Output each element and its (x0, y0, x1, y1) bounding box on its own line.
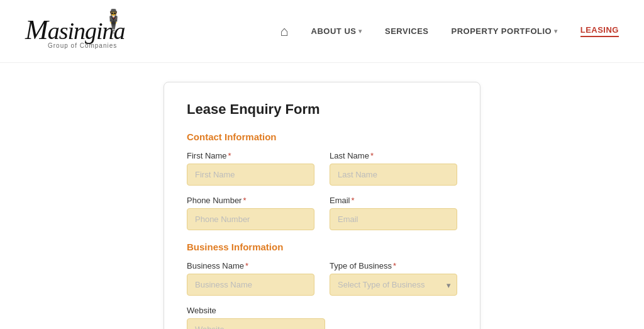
first-name-group: First Name* (187, 151, 314, 186)
logo-subtitle: Group of Companies (48, 42, 125, 49)
business-name-group: Business Name* (187, 261, 314, 296)
chevron-down-icon-2: ▾ (554, 28, 558, 35)
logo: Masingina 🕴 Group of Companies (25, 14, 125, 49)
first-name-input[interactable] (187, 164, 314, 186)
nav-leasing-label: LEASING (580, 25, 619, 35)
name-row: First Name* Last Name* (187, 151, 457, 186)
email-label: Email* (330, 196, 457, 205)
email-input[interactable] (330, 208, 457, 230)
nav-services[interactable]: SERVICES (385, 26, 429, 36)
nav-about[interactable]: ABOUT US ▾ (311, 26, 362, 36)
last-name-input[interactable] (330, 164, 457, 186)
website-row: Website (187, 306, 457, 329)
business-type-group: Type of Business* Select Type of Busines… (330, 261, 457, 296)
first-name-label: First Name* (187, 151, 314, 160)
phone-label: Phone Number* (187, 196, 314, 205)
business-type-label: Type of Business* (330, 261, 457, 270)
business-section: Business Information Business Name* Type… (187, 242, 457, 329)
home-icon[interactable]: ⌂ (280, 23, 288, 40)
navbar: Masingina 🕴 Group of Companies ⌂ ABOUT U… (0, 0, 644, 63)
nav-portfolio-label: PROPERTY PORTFOLIO (451, 26, 552, 36)
email-group: Email* (330, 196, 457, 230)
form-title: Lease Enquiry Form (187, 101, 457, 118)
phone-group: Phone Number* (187, 196, 314, 230)
form-card: Lease Enquiry Form Contact Information F… (164, 82, 480, 329)
nav-about-label: ABOUT US (311, 26, 357, 36)
business-name-label: Business Name* (187, 261, 314, 270)
contact-row: Phone Number* Email* (187, 196, 457, 230)
phone-input[interactable] (187, 208, 314, 230)
chevron-down-icon: ▾ (358, 28, 362, 35)
business-type-wrapper: Select Type of Business ▾ (330, 274, 457, 296)
nav-links: ⌂ ABOUT US ▾ SERVICES PROPERTY PORTFOLIO… (280, 23, 619, 40)
business-section-label: Business Information (187, 242, 457, 252)
contact-section-label: Contact Information (187, 131, 457, 142)
last-name-label: Last Name* (330, 151, 457, 160)
main-content: Lease Enquiry Form Contact Information F… (0, 63, 644, 329)
business-name-input[interactable] (187, 274, 314, 296)
website-input[interactable] (187, 318, 325, 329)
website-group: Website (187, 306, 325, 329)
business-row: Business Name* Type of Business* Select … (187, 261, 457, 296)
nav-portfolio[interactable]: PROPERTY PORTFOLIO ▾ (451, 26, 557, 36)
logo-figure: 🕴 (99, 10, 128, 33)
nav-leasing[interactable]: LEASING (580, 25, 619, 37)
nav-services-label: SERVICES (385, 26, 429, 36)
business-type-select[interactable]: Select Type of Business (330, 274, 457, 296)
contact-section: Contact Information First Name* Last Nam… (187, 131, 457, 230)
last-name-group: Last Name* (330, 151, 457, 186)
website-label: Website (187, 306, 325, 315)
